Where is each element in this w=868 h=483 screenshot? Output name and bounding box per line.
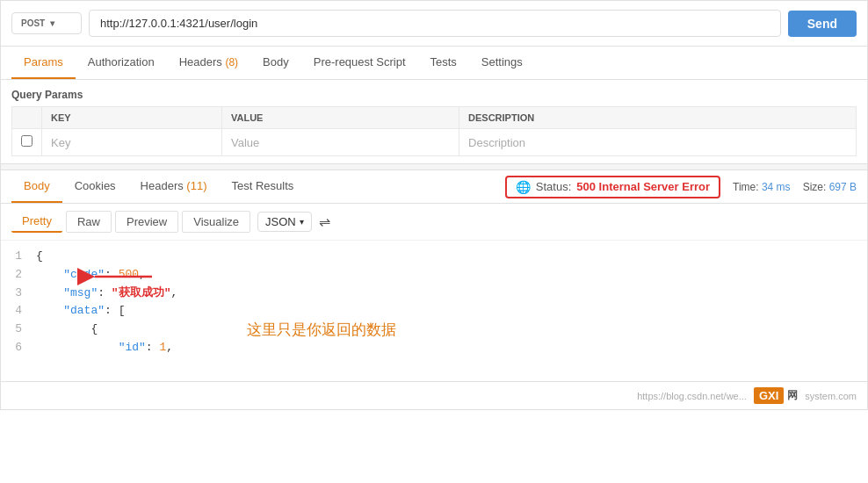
response-tabs: Body Cookies Headers (11) Test Results [11, 170, 306, 203]
code-line-5: 5 { [11, 321, 857, 339]
format-visualize[interactable]: Visualize [182, 211, 250, 233]
method-select[interactable]: POST ▾ [11, 12, 82, 34]
key-cell[interactable]: Key [42, 129, 222, 156]
response-bar: Body Cookies Headers (11) Test Results 🌐… [1, 170, 867, 204]
size-meta: Size: 697 B [803, 181, 857, 193]
gxi-logo: GXI 网 [754, 387, 798, 404]
response-tab-testresults[interactable]: Test Results [219, 170, 306, 203]
code-line-4: 4 "data": [ [11, 302, 857, 321]
table-row: Key Value Description [12, 129, 857, 156]
code-section: 1 { 2 "code": 500, [1, 241, 867, 381]
send-button[interactable]: Send [788, 11, 857, 37]
footer-watermark: https://blog.csdn.net/we... GXI 网 system… [1, 381, 867, 409]
globe-icon: 🌐 [516, 180, 531, 194]
method-label: POST [21, 18, 45, 28]
gxi-logo-text: GXI [754, 387, 784, 404]
time-meta: Time: 34 ms [733, 181, 791, 193]
chevron-down-icon: ▾ [50, 18, 54, 28]
json-format-select[interactable]: JSON ▾ [257, 212, 312, 232]
response-tab-cookies[interactable]: Cookies [62, 170, 128, 203]
status-value: 500 Internal Server Error [576, 180, 710, 193]
col-key: KEY [42, 107, 222, 129]
gxi-domain: system.com [805, 391, 857, 401]
col-value: VALUE [221, 107, 459, 129]
request-bar: POST ▾ Send [1, 1, 867, 47]
wrap-button[interactable]: ⇌ [319, 213, 330, 230]
tab-body[interactable]: Body [250, 47, 301, 79]
value-cell[interactable]: Value [221, 129, 459, 156]
response-tab-headers[interactable]: Headers (11) [128, 170, 220, 203]
url-input[interactable] [89, 10, 781, 37]
query-params-label: Query Params [11, 89, 857, 101]
tab-prerequest[interactable]: Pre-request Script [301, 47, 418, 79]
chevron-json-icon: ▾ [300, 217, 304, 227]
tab-tests[interactable]: Tests [418, 47, 469, 79]
request-tabs: Params Authorization Headers (8) Body Pr… [1, 47, 867, 80]
format-raw[interactable]: Raw [66, 211, 112, 233]
code-body: 1 { 2 "code": 500, [1, 241, 867, 364]
format-pretty[interactable]: Pretty [11, 211, 62, 233]
json-format-label: JSON [265, 215, 296, 228]
section-divider [1, 163, 867, 170]
format-preview[interactable]: Preview [115, 211, 178, 233]
status-label: Status: [536, 180, 571, 193]
query-params-section: Query Params KEY VALUE DESCRIPTION Key V… [1, 80, 867, 156]
col-description: DESCRIPTION [459, 107, 857, 129]
response-tab-body[interactable]: Body [11, 170, 62, 203]
code-line-6: 6 "id": 1, [11, 339, 857, 357]
gxi-logo-sub: 网 [787, 388, 798, 403]
tab-headers[interactable]: Headers (8) [167, 47, 250, 79]
col-checkbox [12, 107, 42, 129]
tab-params[interactable]: Params [11, 47, 76, 79]
tab-authorization[interactable]: Authorization [76, 47, 167, 79]
footer-url: https://blog.csdn.net/we... [637, 391, 747, 401]
tab-settings[interactable]: Settings [469, 47, 535, 79]
code-line-2: 2 "code": 500, [11, 266, 857, 285]
params-table: KEY VALUE DESCRIPTION Key Value Descript… [11, 106, 857, 156]
code-line-3: 3 "msg": "获取成功", [11, 285, 857, 303]
status-box: 🌐 Status: 500 Internal Server Error [505, 176, 720, 198]
format-bar: Pretty Raw Preview Visualize JSON ▾ ⇌ [1, 204, 867, 241]
row-checkbox[interactable] [21, 135, 33, 147]
description-cell[interactable]: Description [459, 129, 857, 156]
code-line-1: 1 { [11, 248, 857, 266]
